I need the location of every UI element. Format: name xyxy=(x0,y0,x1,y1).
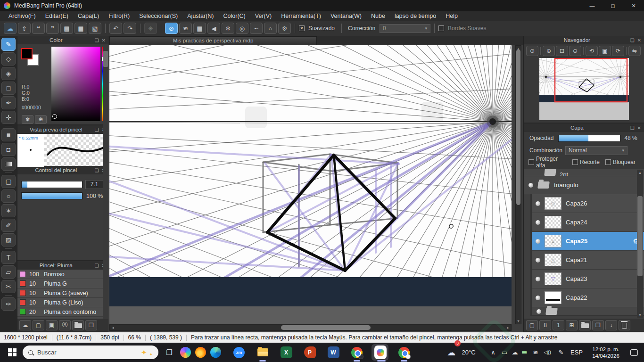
menu-herramienta[interactable]: Herramienta(T) xyxy=(276,13,326,19)
task-view-button[interactable]: ❐ xyxy=(163,343,175,362)
undo-icon[interactable]: ↶ xyxy=(109,23,122,34)
layer-row-capa23[interactable]: ▽ Capa23 xyxy=(532,270,644,288)
duplicate-layer-icon[interactable]: ❐ xyxy=(592,320,604,330)
gradient-tool[interactable] xyxy=(1,157,16,171)
menu-archivo[interactable]: Archivo(F) xyxy=(4,13,41,19)
eyedropper-tool[interactable]: ✑ xyxy=(1,297,16,311)
brush-save-icon[interactable]: ▣ xyxy=(46,320,58,330)
scroll-left-icon[interactable]: ◂ xyxy=(110,325,116,330)
scroll-right-icon[interactable]: ▸ xyxy=(505,325,511,330)
scroll-up-icon[interactable]: ▴ xyxy=(637,170,643,175)
onedrive-tray-icon[interactable]: ☁ xyxy=(510,343,520,362)
saturation-square[interactable] xyxy=(51,47,100,121)
brush-size-slider[interactable] xyxy=(21,181,83,188)
material-panel-icon[interactable]: ▧ xyxy=(89,23,101,34)
vertical-scrollbar[interactable]: ▴ ▾ xyxy=(515,45,521,324)
layer-group-clipped[interactable] xyxy=(532,307,644,316)
popout-icon[interactable]: ❏ xyxy=(95,127,99,132)
opacity-slider[interactable] xyxy=(558,135,620,142)
select-lasso-tool[interactable]: ○ xyxy=(1,189,16,203)
document-icon[interactable]: ▤ xyxy=(60,23,73,34)
menu-help[interactable]: Help xyxy=(441,13,462,19)
popout-icon[interactable]: ❏ xyxy=(95,38,99,43)
horizontal-scrollbar[interactable]: ◂ ▸ xyxy=(109,324,512,331)
storyboard-icon[interactable]: ▦ xyxy=(74,23,87,34)
cloud-icon[interactable]: ☁ xyxy=(4,23,17,34)
maximize-button[interactable]: ◻ xyxy=(603,0,623,11)
brush-list-scrollbar[interactable] xyxy=(103,44,108,319)
minimize-button[interactable]: — xyxy=(582,0,603,11)
polyline-tool[interactable]: ✒ xyxy=(1,96,16,109)
eraser-lasso-tool[interactable]: ◈ xyxy=(1,67,16,80)
fill-shape-tool[interactable]: ■ xyxy=(1,128,16,141)
fit-screen-icon[interactable]: ⊡ xyxy=(556,46,568,56)
layer-group-triangulo[interactable]: triangulo xyxy=(524,176,644,194)
chrome-profile2-button[interactable] xyxy=(398,343,410,362)
drawing-canvas[interactable] xyxy=(109,45,512,306)
select-eraser-tool[interactable]: ▨ xyxy=(1,233,16,247)
proteger-alfa-checkbox[interactable] xyxy=(528,159,534,165)
weather-button[interactable]: ☁ 3 xyxy=(445,343,457,362)
file-explorer-button[interactable] xyxy=(256,343,269,362)
horizontal-scroll-thumb[interactable] xyxy=(281,325,371,330)
select-pen-tool[interactable]: ✐ xyxy=(1,219,16,232)
brush-new-icon[interactable]: ▢ xyxy=(33,320,44,330)
shape-brush-tool[interactable]: □ xyxy=(1,82,16,95)
language-indicator[interactable]: ESP xyxy=(569,343,585,362)
brush-duplicate-icon[interactable]: ❐ xyxy=(85,320,97,330)
saturation-cursor[interactable] xyxy=(52,114,57,119)
notification-center-button[interactable] xyxy=(628,343,640,362)
popout-icon[interactable]: ❏ xyxy=(95,168,99,173)
brush-item-borroso[interactable]: 100 Borroso xyxy=(17,270,103,279)
popout-icon[interactable]: ❏ xyxy=(630,38,635,43)
text-tool[interactable]: T xyxy=(1,251,16,264)
layer-row-capa24[interactable]: Capa24 xyxy=(532,213,644,232)
taskbar-search[interactable]: ✦✦ xyxy=(23,346,158,359)
visibility-icon[interactable] xyxy=(537,309,541,314)
menu-capa[interactable]: Capa(L) xyxy=(73,13,104,19)
magic-wand-tool[interactable]: ✶ xyxy=(1,204,16,217)
hidden-icons-button[interactable]: ∧ xyxy=(488,343,498,362)
brush-item-pluma-liso[interactable]: 10 Pluma G (Liso) xyxy=(17,298,103,307)
rotate-left-icon[interactable]: ⟲ xyxy=(586,46,598,56)
wifi-tray-icon[interactable]: ≋ xyxy=(531,343,540,362)
brush-script-icon[interactable]: Ⓢ xyxy=(59,320,71,330)
close-icon[interactable]: ✕ xyxy=(637,38,641,43)
move-tool[interactable]: ✛ xyxy=(1,111,16,124)
close-icon[interactable]: ✕ xyxy=(102,38,106,43)
layer-list-scrollbar[interactable]: ▴ ▾ xyxy=(637,170,643,318)
rotate-reset-icon[interactable]: ✳ xyxy=(144,23,157,34)
visibility-icon[interactable] xyxy=(536,258,540,263)
menu-lapso[interactable]: lapso de tiempo xyxy=(390,13,441,19)
layer-row-capa26[interactable]: ◇ Capa26 xyxy=(532,194,644,213)
brush-upload-icon[interactable]: ☁ xyxy=(19,320,31,330)
layer-row-capa25-selected[interactable]: ▵ Capa25 ⚙ xyxy=(532,232,644,251)
scroll-down-icon[interactable]: ▾ xyxy=(637,312,643,318)
brush-item-pluma-suave[interactable]: 10 Pluma G (suave) xyxy=(17,288,103,298)
close-icon[interactable]: ✕ xyxy=(637,125,641,131)
bordes-checkbox[interactable] xyxy=(438,25,444,31)
zoom-button[interactable]: zm xyxy=(233,343,245,362)
brush-folder-icon[interactable] xyxy=(72,320,84,330)
battery-tray-icon[interactable]: ▮ xyxy=(520,343,530,362)
popout-icon[interactable]: ❏ xyxy=(630,125,635,131)
close-button[interactable]: ✕ xyxy=(623,0,644,11)
message-icon[interactable]: ❞ xyxy=(46,23,59,34)
flip-horizontal-icon[interactable]: ⇋ xyxy=(628,46,641,56)
zoom-100-icon[interactable]: ⊙ xyxy=(526,46,538,56)
search-input[interactable] xyxy=(37,349,137,356)
clock[interactable]: 12:02 p. m. 14/04/2026 xyxy=(586,343,625,362)
edge-button[interactable] xyxy=(209,343,222,362)
temperature[interactable]: 20°C xyxy=(458,343,479,362)
layer-scroll-thumb[interactable] xyxy=(637,196,643,276)
volume-tray-icon[interactable]: ◁)) xyxy=(541,343,553,362)
layer-row-capa21[interactable]: △ Capa21 xyxy=(532,251,644,270)
operation-tool[interactable]: ▱ xyxy=(1,265,16,279)
menu-filtro[interactable]: Filtro(R) xyxy=(104,13,134,19)
vertical-scroll-thumb[interactable] xyxy=(516,49,520,205)
publish-icon[interactable]: ⇧ xyxy=(18,23,31,34)
menu-editar[interactable]: Editar(E) xyxy=(41,13,73,19)
brush-item-pluma-g[interactable]: 10 Pluma G xyxy=(17,279,103,288)
visibility-icon[interactable] xyxy=(528,183,533,188)
menu-nube[interactable]: Nube xyxy=(366,13,390,19)
